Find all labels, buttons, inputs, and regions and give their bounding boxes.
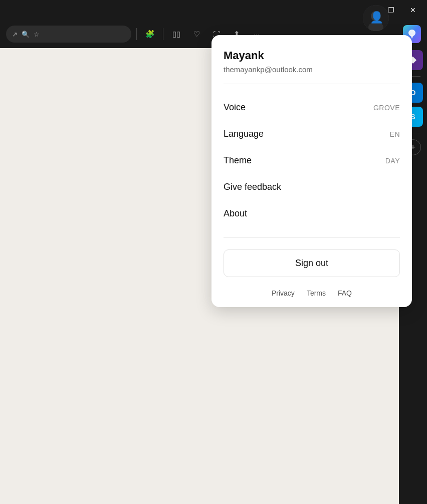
user-avatar[interactable]: 👤 — [363, 5, 389, 31]
feedback-menu-item[interactable]: Give feedback — [224, 174, 400, 200]
extensions-button[interactable]: 🧩 — [142, 26, 158, 42]
dropdown-divider-2 — [224, 237, 400, 237]
theme-value: DAY — [385, 157, 400, 165]
theme-menu-item[interactable]: Theme DAY — [224, 147, 400, 174]
svg-text:👤: 👤 — [370, 11, 384, 24]
faq-link[interactable]: FAQ — [338, 289, 352, 297]
external-link-icon: ↗ — [12, 31, 18, 38]
language-label: Language — [224, 129, 264, 139]
profile-name: Mayank — [224, 49, 400, 62]
footer-links: Privacy Terms FAQ — [224, 289, 400, 297]
about-menu-item[interactable]: About — [224, 200, 400, 227]
close-button[interactable]: ✕ — [403, 0, 423, 20]
profile-email: themayankp@outlook.com — [224, 65, 400, 74]
address-bar[interactable]: ↗ 🔍 ☆ — [6, 26, 131, 43]
privacy-link[interactable]: Privacy — [272, 289, 295, 297]
toolbar-divider-2 — [163, 28, 163, 40]
voice-value: GROVE — [373, 104, 400, 112]
language-value: EN — [390, 130, 400, 138]
zoom-icon: 🔍 — [22, 31, 30, 38]
heart-icon: ♡ — [193, 30, 200, 39]
reader-icon: ▯▯ — [172, 30, 180, 39]
language-menu-item[interactable]: Language EN — [224, 121, 400, 147]
extensions-icon: 🧩 — [145, 30, 155, 39]
voice-menu-item[interactable]: Voice GROVE — [224, 94, 400, 121]
theme-label: Theme — [224, 155, 252, 166]
terms-link[interactable]: Terms — [307, 289, 326, 297]
reader-view-button[interactable]: ▯▯ — [168, 26, 184, 42]
feedback-label: Give feedback — [224, 182, 281, 192]
avatar-image: 👤 — [363, 5, 389, 31]
immersive-reader-button[interactable]: ♡ — [188, 26, 204, 42]
sign-out-button[interactable]: Sign out — [224, 249, 400, 277]
avatar-container: 👤 — [363, 5, 389, 31]
voice-label: Voice — [224, 102, 246, 113]
toolbar-divider-1 — [136, 28, 137, 40]
favorite-icon: ☆ — [34, 31, 40, 38]
dropdown-divider-1 — [224, 84, 400, 84]
about-label: About — [224, 208, 247, 219]
profile-dropdown: Mayank themayankp@outlook.com Voice GROV… — [211, 35, 412, 307]
